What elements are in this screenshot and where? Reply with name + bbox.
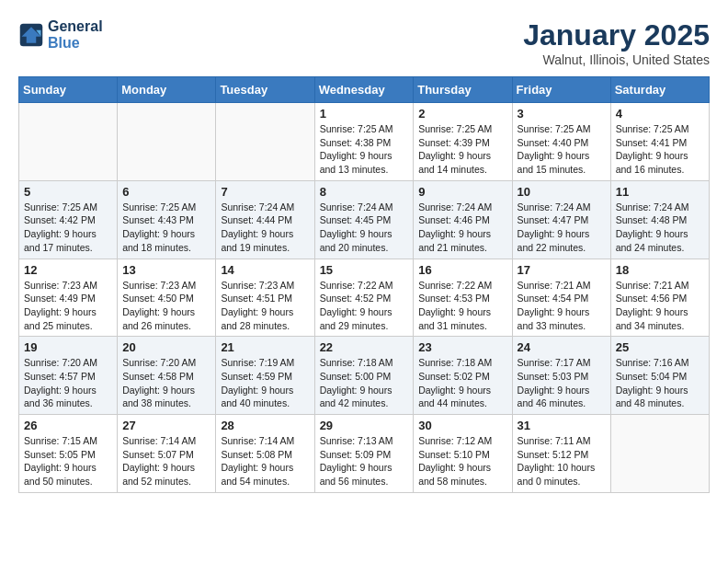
day-info: Sunrise: 7:24 AM Sunset: 4:48 PM Dayligh… — [616, 201, 704, 255]
day-number: 2 — [418, 107, 506, 121]
day-number: 4 — [616, 107, 704, 121]
day-info: Sunrise: 7:25 AM Sunset: 4:38 PM Dayligh… — [320, 122, 409, 177]
calendar-cell: 17Sunrise: 7:21 AM Sunset: 4:54 PM Dayli… — [512, 259, 610, 337]
day-number: 24 — [518, 340, 606, 354]
day-number: 28 — [221, 419, 309, 432]
calendar-cell: 12Sunrise: 7:23 AM Sunset: 4:49 PM Dayli… — [19, 259, 118, 337]
logo-icon — [18, 22, 44, 48]
calendar-week-4: 19Sunrise: 7:20 AM Sunset: 4:57 PM Dayli… — [19, 337, 710, 415]
day-info: Sunrise: 7:23 AM Sunset: 4:49 PM Dayligh… — [24, 279, 112, 333]
calendar-cell: 1Sunrise: 7:25 AM Sunset: 4:38 PM Daylig… — [314, 103, 414, 181]
calendar-cell: 28Sunrise: 7:14 AM Sunset: 5:08 PM Dayli… — [216, 415, 314, 493]
day-number: 16 — [418, 263, 506, 277]
weekday-header-tuesday: Tuesday — [216, 77, 314, 103]
weekday-header-monday: Monday — [118, 77, 216, 103]
day-info: Sunrise: 7:14 AM Sunset: 5:08 PM Dayligh… — [221, 434, 309, 488]
day-info: Sunrise: 7:19 AM Sunset: 4:59 PM Dayligh… — [221, 356, 309, 410]
day-info: Sunrise: 7:12 AM Sunset: 5:10 PM Dayligh… — [418, 434, 506, 488]
day-info: Sunrise: 7:24 AM Sunset: 4:44 PM Dayligh… — [221, 201, 309, 255]
calendar-cell: 20Sunrise: 7:20 AM Sunset: 4:58 PM Dayli… — [118, 337, 216, 415]
day-info: Sunrise: 7:20 AM Sunset: 4:58 PM Dayligh… — [122, 356, 210, 410]
day-info: Sunrise: 7:25 AM Sunset: 4:41 PM Dayligh… — [616, 122, 704, 177]
weekday-header-sunday: Sunday — [19, 77, 118, 103]
calendar-cell: 23Sunrise: 7:18 AM Sunset: 5:02 PM Dayli… — [414, 337, 512, 415]
weekday-header-row: SundayMondayTuesdayWednesdayThursdayFrid… — [19, 77, 710, 103]
calendar-cell: 2Sunrise: 7:25 AM Sunset: 4:39 PM Daylig… — [414, 103, 512, 181]
calendar-cell — [216, 103, 314, 181]
title-area: January 2025 Walnut, Illinois, United St… — [523, 18, 710, 67]
calendar-cell: 24Sunrise: 7:17 AM Sunset: 5:03 PM Dayli… — [512, 337, 610, 415]
day-info: Sunrise: 7:25 AM Sunset: 4:40 PM Dayligh… — [518, 122, 606, 177]
day-info: Sunrise: 7:14 AM Sunset: 5:07 PM Dayligh… — [122, 434, 210, 488]
day-info: Sunrise: 7:24 AM Sunset: 4:46 PM Dayligh… — [418, 201, 506, 255]
day-info: Sunrise: 7:16 AM Sunset: 5:04 PM Dayligh… — [616, 356, 704, 410]
day-number: 5 — [24, 185, 112, 199]
calendar-cell: 30Sunrise: 7:12 AM Sunset: 5:10 PM Dayli… — [414, 415, 512, 493]
calendar-cell: 13Sunrise: 7:23 AM Sunset: 4:50 PM Dayli… — [118, 259, 216, 337]
calendar-cell: 31Sunrise: 7:11 AM Sunset: 5:12 PM Dayli… — [512, 415, 610, 493]
logo: General Blue — [18, 18, 103, 52]
day-info: Sunrise: 7:25 AM Sunset: 4:42 PM Dayligh… — [24, 201, 112, 255]
day-number: 22 — [320, 340, 409, 354]
day-number: 21 — [221, 340, 309, 354]
day-info: Sunrise: 7:25 AM Sunset: 4:39 PM Dayligh… — [418, 122, 506, 177]
day-number: 19 — [24, 340, 112, 354]
day-info: Sunrise: 7:18 AM Sunset: 5:00 PM Dayligh… — [320, 356, 409, 410]
day-info: Sunrise: 7:23 AM Sunset: 4:50 PM Dayligh… — [122, 279, 210, 333]
day-number: 15 — [320, 263, 409, 277]
calendar-cell: 11Sunrise: 7:24 AM Sunset: 4:48 PM Dayli… — [610, 180, 709, 259]
day-info: Sunrise: 7:24 AM Sunset: 4:45 PM Dayligh… — [320, 201, 409, 255]
calendar-cell: 6Sunrise: 7:25 AM Sunset: 4:43 PM Daylig… — [118, 180, 216, 259]
day-number: 6 — [122, 185, 210, 199]
calendar-table: SundayMondayTuesdayWednesdayThursdayFrid… — [18, 76, 710, 493]
day-number: 13 — [122, 263, 210, 277]
day-info: Sunrise: 7:18 AM Sunset: 5:02 PM Dayligh… — [418, 356, 506, 410]
day-number: 29 — [320, 419, 409, 432]
day-number: 14 — [221, 263, 309, 277]
calendar-cell: 16Sunrise: 7:22 AM Sunset: 4:53 PM Dayli… — [414, 259, 512, 337]
calendar-cell: 8Sunrise: 7:24 AM Sunset: 4:45 PM Daylig… — [314, 180, 414, 259]
calendar-cell: 5Sunrise: 7:25 AM Sunset: 4:42 PM Daylig… — [19, 180, 118, 259]
day-info: Sunrise: 7:11 AM Sunset: 5:12 PM Dayligh… — [518, 434, 606, 488]
day-info: Sunrise: 7:21 AM Sunset: 4:56 PM Dayligh… — [616, 279, 704, 333]
day-number: 20 — [122, 340, 210, 354]
weekday-header-thursday: Thursday — [414, 77, 512, 103]
day-number: 17 — [518, 263, 606, 277]
day-info: Sunrise: 7:22 AM Sunset: 4:53 PM Dayligh… — [418, 279, 506, 333]
calendar-week-3: 12Sunrise: 7:23 AM Sunset: 4:49 PM Dayli… — [19, 259, 710, 337]
weekday-header-saturday: Saturday — [610, 77, 709, 103]
calendar-cell: 4Sunrise: 7:25 AM Sunset: 4:41 PM Daylig… — [610, 103, 709, 181]
day-number: 10 — [518, 185, 606, 199]
calendar-cell: 21Sunrise: 7:19 AM Sunset: 4:59 PM Dayli… — [216, 337, 314, 415]
calendar-cell: 18Sunrise: 7:21 AM Sunset: 4:56 PM Dayli… — [610, 259, 709, 337]
calendar-week-1: 1Sunrise: 7:25 AM Sunset: 4:38 PM Daylig… — [19, 103, 710, 181]
calendar-cell: 15Sunrise: 7:22 AM Sunset: 4:52 PM Dayli… — [314, 259, 414, 337]
day-number: 27 — [122, 419, 210, 432]
day-info: Sunrise: 7:24 AM Sunset: 4:47 PM Dayligh… — [518, 201, 606, 255]
location-title: Walnut, Illinois, United States — [523, 52, 710, 67]
weekday-header-wednesday: Wednesday — [314, 77, 414, 103]
day-info: Sunrise: 7:13 AM Sunset: 5:09 PM Dayligh… — [320, 434, 409, 488]
calendar-body: 1Sunrise: 7:25 AM Sunset: 4:38 PM Daylig… — [19, 103, 710, 493]
day-number: 3 — [518, 107, 606, 121]
day-info: Sunrise: 7:25 AM Sunset: 4:43 PM Dayligh… — [122, 201, 210, 255]
day-number: 7 — [221, 185, 309, 199]
calendar-cell: 19Sunrise: 7:20 AM Sunset: 4:57 PM Dayli… — [19, 337, 118, 415]
calendar-cell: 9Sunrise: 7:24 AM Sunset: 4:46 PM Daylig… — [414, 180, 512, 259]
calendar-cell — [610, 415, 709, 493]
day-number: 31 — [518, 419, 606, 432]
weekday-header-friday: Friday — [512, 77, 610, 103]
calendar-week-5: 26Sunrise: 7:15 AM Sunset: 5:05 PM Dayli… — [19, 415, 710, 493]
day-info: Sunrise: 7:15 AM Sunset: 5:05 PM Dayligh… — [24, 434, 112, 488]
calendar-cell: 10Sunrise: 7:24 AM Sunset: 4:47 PM Dayli… — [512, 180, 610, 259]
day-number: 1 — [320, 107, 409, 121]
calendar-cell: 22Sunrise: 7:18 AM Sunset: 5:00 PM Dayli… — [314, 337, 414, 415]
day-info: Sunrise: 7:22 AM Sunset: 4:52 PM Dayligh… — [320, 279, 409, 333]
calendar-cell: 29Sunrise: 7:13 AM Sunset: 5:09 PM Dayli… — [314, 415, 414, 493]
day-number: 18 — [616, 263, 704, 277]
calendar-cell: 14Sunrise: 7:23 AM Sunset: 4:51 PM Dayli… — [216, 259, 314, 337]
day-number: 9 — [418, 185, 506, 199]
calendar-cell — [118, 103, 216, 181]
day-info: Sunrise: 7:23 AM Sunset: 4:51 PM Dayligh… — [221, 279, 309, 333]
month-title: January 2025 — [523, 18, 710, 52]
